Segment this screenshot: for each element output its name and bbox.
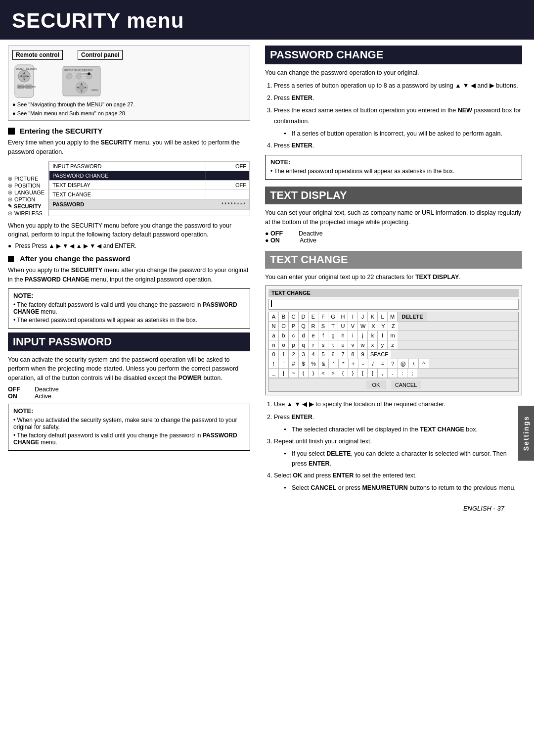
- tc-key-X[interactable]: X: [368, 322, 378, 331]
- tc-key-F[interactable]: F: [318, 312, 328, 321]
- tc-key-exclaim[interactable]: !: [269, 359, 279, 368]
- tc-key-K[interactable]: K: [368, 312, 378, 321]
- tc-key-T[interactable]: T: [328, 322, 338, 331]
- tc-key-caret[interactable]: ^: [419, 359, 429, 368]
- tc-key-slash[interactable]: /: [368, 359, 378, 368]
- tc-cancel-button[interactable]: CANCEL: [391, 380, 421, 389]
- tc-key-q[interactable]: q: [299, 340, 309, 349]
- tc-key-D[interactable]: D: [299, 312, 309, 321]
- tc-key-1[interactable]: 1: [279, 350, 289, 359]
- tc-key-p[interactable]: p: [289, 340, 299, 349]
- tc-key-o[interactable]: o: [279, 340, 289, 349]
- tc-key-B[interactable]: B: [279, 312, 289, 321]
- tc-key-w[interactable]: w: [358, 340, 368, 349]
- note-title-2: NOTE:: [13, 407, 245, 415]
- tc-key-d[interactable]: d: [299, 331, 309, 340]
- tc-key-z[interactable]: z: [388, 340, 398, 349]
- menu-item-position: ◎ POSITION: [8, 183, 44, 189]
- tc-key-apos[interactable]: ': [329, 359, 339, 368]
- tc-key-N[interactable]: N: [269, 322, 279, 331]
- tc-key-M[interactable]: M: [388, 312, 398, 321]
- tc-key-space[interactable]: SPACE: [368, 350, 391, 359]
- tc-key-lbrace[interactable]: {: [338, 369, 348, 378]
- tc-ok-button[interactable]: OK: [366, 380, 386, 389]
- tc-key-A[interactable]: A: [269, 312, 279, 321]
- tc-key-equals[interactable]: =: [378, 359, 388, 368]
- tc-key-G[interactable]: G: [328, 312, 338, 321]
- tc-key-I[interactable]: I: [348, 312, 358, 321]
- tc-key-star[interactable]: *: [339, 359, 349, 368]
- tc-key-Z[interactable]: Z: [388, 322, 398, 331]
- tc-key-m[interactable]: m: [388, 331, 398, 340]
- tc-key-t[interactable]: t: [328, 340, 338, 349]
- tc-key-minus[interactable]: -: [358, 359, 368, 368]
- tc-key-underscore[interactable]: _: [269, 369, 279, 378]
- tc-key-W[interactable]: W: [358, 322, 368, 331]
- tc-key-L[interactable]: L: [378, 312, 388, 321]
- tc-key-hash[interactable]: #: [289, 359, 299, 368]
- tc-key-comma[interactable]: ,: [378, 369, 388, 378]
- tc-key-at[interactable]: @: [398, 359, 409, 368]
- tc-key-l[interactable]: l: [378, 331, 388, 340]
- tc-key-0[interactable]: 0: [269, 350, 279, 359]
- tc-key-U[interactable]: U: [338, 322, 348, 331]
- tc-key-V[interactable]: V: [348, 322, 358, 331]
- tc-key-2[interactable]: 2: [289, 350, 299, 359]
- tc-key-5[interactable]: 5: [318, 350, 328, 359]
- tc-key-4[interactable]: 4: [309, 350, 318, 359]
- tc-key-percent[interactable]: %: [309, 359, 319, 368]
- tc-key-C[interactable]: C: [289, 312, 299, 321]
- tc-key-backslash[interactable]: \: [409, 359, 419, 368]
- tc-key-y[interactable]: y: [378, 340, 388, 349]
- tc-key-tilde[interactable]: ~: [289, 369, 299, 378]
- tc-key-O[interactable]: O: [279, 322, 289, 331]
- tc-key-3[interactable]: 3: [299, 350, 309, 359]
- tc-key-quote[interactable]: ": [279, 359, 289, 368]
- tc-key-H[interactable]: H: [338, 312, 348, 321]
- tc-key-rparen[interactable]: ): [309, 369, 318, 378]
- tc-key-6[interactable]: 6: [328, 350, 338, 359]
- tc-key-k[interactable]: k: [368, 331, 378, 340]
- tc-key-question[interactable]: ?: [388, 359, 398, 368]
- tc-key-lbracket[interactable]: [: [358, 369, 368, 378]
- tc-key-gt[interactable]: >: [328, 369, 338, 378]
- tc-key-i[interactable]: i: [348, 331, 358, 340]
- tc-key-u[interactable]: u: [338, 340, 348, 349]
- tc-key-delete[interactable]: DELETE: [398, 312, 427, 321]
- tc-key-amp[interactable]: &: [319, 359, 329, 368]
- tc-key-b[interactable]: b: [279, 331, 289, 340]
- tc-key-j[interactable]: j: [358, 331, 368, 340]
- tc-key-f[interactable]: f: [318, 331, 328, 340]
- tc-key-g[interactable]: g: [328, 331, 338, 340]
- tc-key-Q[interactable]: Q: [299, 322, 309, 331]
- tc-key-R[interactable]: R: [309, 322, 318, 331]
- tc-key-Y[interactable]: Y: [378, 322, 388, 331]
- tc-input-field[interactable]: [268, 299, 519, 310]
- tc-key-pipe[interactable]: |: [279, 369, 289, 378]
- tc-key-period[interactable]: .: [388, 369, 398, 378]
- tc-key-colon[interactable]: :: [398, 369, 407, 378]
- tc-key-r[interactable]: r: [309, 340, 318, 349]
- tc-key-dollar[interactable]: $: [299, 359, 309, 368]
- tc-key-lparen[interactable]: (: [299, 369, 309, 378]
- tc-key-s[interactable]: s: [318, 340, 328, 349]
- tc-key-e[interactable]: e: [309, 331, 318, 340]
- tc-key-P[interactable]: P: [289, 322, 299, 331]
- tc-key-rbracket[interactable]: ]: [368, 369, 378, 378]
- tc-key-8[interactable]: 8: [348, 350, 358, 359]
- tc-key-9[interactable]: 9: [358, 350, 368, 359]
- tc-key-a[interactable]: a: [269, 331, 279, 340]
- tc-key-h[interactable]: h: [338, 331, 348, 340]
- tc-key-lt[interactable]: <: [318, 369, 328, 378]
- tc-key-c[interactable]: c: [289, 331, 299, 340]
- tc-key-semicolon[interactable]: ;: [407, 369, 417, 378]
- tc-key-plus[interactable]: +: [349, 359, 358, 368]
- tc-key-rbrace[interactable]: }: [348, 369, 358, 378]
- tc-key-n[interactable]: n: [269, 340, 279, 349]
- tc-key-E[interactable]: E: [309, 312, 318, 321]
- tc-key-S[interactable]: S: [318, 322, 328, 331]
- tc-key-x[interactable]: x: [368, 340, 378, 349]
- tc-key-J[interactable]: J: [358, 312, 368, 321]
- tc-key-v[interactable]: v: [348, 340, 358, 349]
- tc-key-7[interactable]: 7: [338, 350, 348, 359]
